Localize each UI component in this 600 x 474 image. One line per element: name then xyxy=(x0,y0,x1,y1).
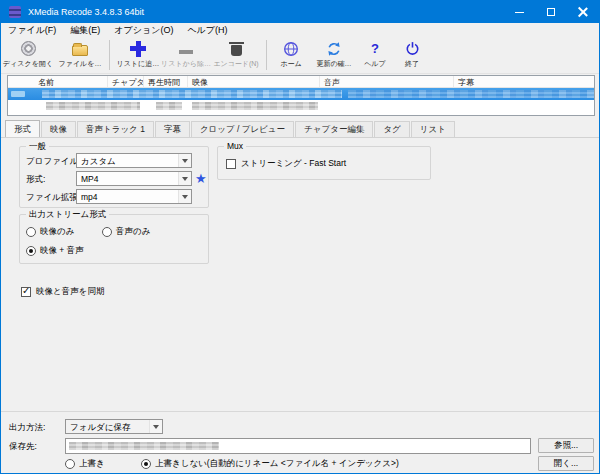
window-title: XMedia Recode 3.4.8.3 64bit xyxy=(28,7,503,17)
close-icon xyxy=(578,7,588,17)
radio-video-audio[interactable]: 映像 + 音声 xyxy=(26,245,84,257)
menu-edit[interactable]: 編集(E) xyxy=(63,23,107,37)
file-list: 名前 チャプター 再生時間 映像 音声 字幕 xyxy=(7,75,595,116)
checkbox-checked-icon xyxy=(21,287,31,297)
toolbar-home-button[interactable]: ホーム xyxy=(271,37,311,73)
toolbar-check-updates-button[interactable]: 更新の確… xyxy=(311,37,357,73)
format-tab-panel: 一般 プロファイル: カスタム 形式: MP4 ★ ファイル拡張子: mp4 M… xyxy=(1,137,600,411)
radio-icon xyxy=(26,227,36,237)
output-method-value: フォルダに保存 xyxy=(70,422,131,432)
chevron-down-icon xyxy=(178,154,191,167)
toolbar-separator xyxy=(109,40,110,70)
toolbar-add-to-list-button[interactable]: リストに追… xyxy=(114,37,162,73)
row-marker xyxy=(11,91,25,97)
toolbar-open-disc-button[interactable]: ディスクを開く xyxy=(1,37,55,73)
globe-icon xyxy=(282,40,300,57)
sync-av-checkbox[interactable]: 映像と音声を同期 xyxy=(21,286,104,298)
column-header-audio[interactable]: 音声 xyxy=(320,76,454,87)
format-value: MP4 xyxy=(81,174,98,184)
profile-label: プロファイル: xyxy=(26,156,81,168)
redacted-cell xyxy=(156,102,182,110)
tab-audio-track-1[interactable]: 音声トラック 1 xyxy=(77,121,154,137)
streaming-checkbox[interactable]: ストリーミング - Fast Start xyxy=(226,158,346,170)
destination-input[interactable] xyxy=(65,438,531,454)
mux-group: Mux ストリーミング - Fast Start xyxy=(217,146,431,180)
output-bar: 出力方法: フォルダに保存 保存先: 参照... 上書き 上書きしない(自動的に… xyxy=(1,411,600,474)
radio-icon xyxy=(102,227,112,237)
minimize-button[interactable] xyxy=(503,1,535,23)
folder-open-icon xyxy=(71,40,89,57)
output-method-select[interactable]: フォルダに保存 xyxy=(65,419,163,434)
radio-overwrite[interactable]: 上書き xyxy=(65,458,105,470)
browse-button[interactable]: 参照... xyxy=(538,438,594,453)
minus-icon xyxy=(177,40,195,57)
toolbar-open-file-button[interactable]: ファイルを… xyxy=(55,37,105,73)
file-list-row-selected[interactable] xyxy=(8,88,594,100)
column-header-duration[interactable]: 再生時間 xyxy=(144,76,188,87)
output-method-label: 出力方法: xyxy=(9,422,45,434)
menu-bar: ファイル(F) 編集(E) オプション(O) ヘルプ(H) xyxy=(1,23,599,37)
chevron-down-icon xyxy=(178,190,191,203)
column-header-name[interactable]: 名前 xyxy=(8,76,108,87)
sync-av-label: 映像と音声を同期 xyxy=(36,286,104,298)
tab-list[interactable]: リスト xyxy=(411,121,455,137)
toolbar-remove-from-list-button: リストから除… xyxy=(162,37,210,73)
power-icon xyxy=(403,40,421,57)
file-list-header: 名前 チャプター 再生時間 映像 音声 字幕 xyxy=(8,76,594,88)
profile-value: カスタム xyxy=(81,156,116,166)
tab-chapter-edit[interactable]: チャプター編集 xyxy=(295,121,373,137)
toolbar-exit-button[interactable]: 終了 xyxy=(393,37,431,73)
toolbar: ディスクを開く ファイルを… リストに追… リストから除… エンコード(N) ホ… xyxy=(1,37,599,74)
extension-select[interactable]: mp4 xyxy=(76,189,192,204)
column-header-chapter[interactable]: チャプター xyxy=(108,76,144,87)
format-select[interactable]: MP4 xyxy=(76,171,192,186)
file-list-row[interactable] xyxy=(8,100,594,112)
favorite-star-icon[interactable]: ★ xyxy=(195,172,207,185)
no-overwrite-label: 上書きしない(自動的にリネーム <ファイル名 + インデックス>) xyxy=(155,458,399,470)
tab-bar: 形式 映像 音声トラック 1 字幕 クロップ / プレビュー チャプター編集 タ… xyxy=(5,122,597,137)
app-icon xyxy=(9,6,21,18)
menu-help[interactable]: ヘルプ(H) xyxy=(180,23,234,37)
column-header-subtitle[interactable]: 字幕 xyxy=(454,76,594,87)
checkbox-icon xyxy=(226,159,236,169)
minimize-icon xyxy=(515,12,524,13)
profile-select[interactable]: カスタム xyxy=(76,153,192,168)
radio-selected-icon xyxy=(26,246,36,256)
extension-value: mp4 xyxy=(81,192,98,202)
tab-video[interactable]: 映像 xyxy=(41,121,76,137)
audio-only-label: 音声のみ xyxy=(116,226,150,238)
menu-options[interactable]: オプション(O) xyxy=(107,23,180,37)
output-stream-group-title: 出力ストリーム形式 xyxy=(26,209,109,221)
format-label: 形式: xyxy=(26,174,45,186)
destination-label: 保存先: xyxy=(9,441,37,453)
redacted-cell xyxy=(348,90,594,98)
column-header-video[interactable]: 映像 xyxy=(188,76,320,87)
maximize-button[interactable] xyxy=(535,1,567,23)
refresh-icon xyxy=(325,40,343,57)
radio-no-overwrite[interactable]: 上書きしない(自動的にリネーム <ファイル名 + インデックス>) xyxy=(141,458,399,470)
radio-icon xyxy=(65,459,75,469)
streaming-label: ストリーミング - Fast Start xyxy=(241,158,346,170)
output-stream-group: 出力ストリーム形式 映像のみ 音声のみ 映像 + 音声 xyxy=(19,214,209,264)
xmedia-recode-window: XMedia Recode 3.4.8.3 64bit ファイル(F) 編集(E… xyxy=(0,0,600,474)
chevron-down-icon xyxy=(149,420,162,433)
disc-icon xyxy=(19,40,37,57)
menu-file[interactable]: ファイル(F) xyxy=(1,23,63,37)
help-icon: ? xyxy=(366,40,384,57)
plus-icon xyxy=(129,40,147,57)
video-only-label: 映像のみ xyxy=(40,226,74,238)
tab-subtitle[interactable]: 字幕 xyxy=(155,121,190,137)
radio-audio-only[interactable]: 音声のみ xyxy=(102,226,150,238)
title-bar: XMedia Recode 3.4.8.3 64bit xyxy=(1,1,599,23)
radio-video-only[interactable]: 映像のみ xyxy=(26,226,74,238)
tab-crop-preview[interactable]: クロップ / プレビュー xyxy=(191,121,294,137)
toolbar-encode-button: エンコード(N) xyxy=(210,37,262,73)
mux-group-title: Mux xyxy=(224,141,246,151)
close-button[interactable] xyxy=(567,1,599,23)
tab-format[interactable]: 形式 xyxy=(5,120,40,137)
toolbar-help-button[interactable]: ? ヘルプ xyxy=(357,37,393,73)
general-group-title: 一般 xyxy=(26,141,49,153)
open-button[interactable]: 開く... xyxy=(538,456,594,471)
redacted-cell xyxy=(192,102,318,110)
tab-tag[interactable]: タグ xyxy=(374,121,409,137)
